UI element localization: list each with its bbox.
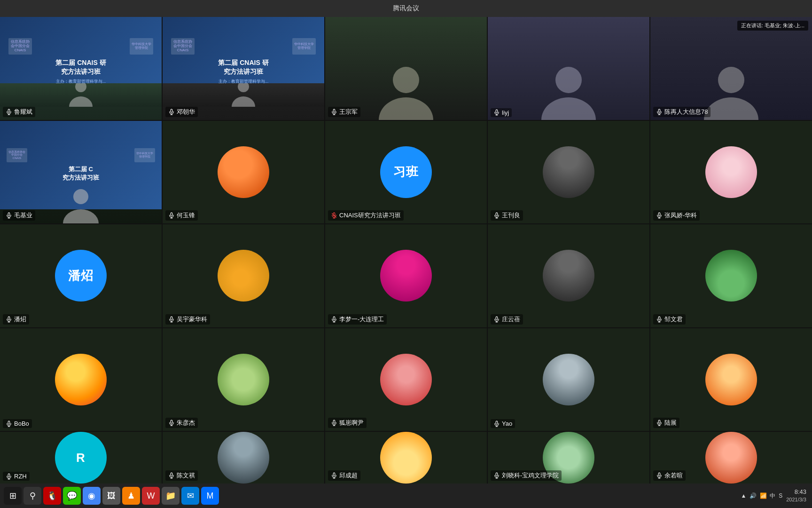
svg-rect-64	[333, 420, 335, 423]
svg-point-26	[63, 209, 99, 223]
time: 8:43	[786, 488, 806, 496]
participant-name-heyu: 何玉锋	[165, 210, 198, 221]
video-cell-wangjl: 王刊良	[488, 121, 649, 224]
video-cell-zhuyj: 朱彦杰	[163, 328, 324, 431]
video-cell-zou: 邹文君	[650, 224, 812, 327]
video-cell-qiucc: 邱成超	[325, 432, 487, 484]
video-cell-zhuang: 庄云蓓	[488, 224, 649, 327]
video-cell-li: 李梦一-大连理工	[325, 224, 487, 327]
start-button[interactable]: ⊞	[4, 487, 22, 505]
svg-rect-76	[171, 473, 172, 476]
video-cell-bobo: BoBo	[0, 328, 162, 431]
video-grid: 信息系统协会中国分会CNAIS 华中科技大学管理学院 第二届 CNAIS 研究方…	[0, 17, 812, 484]
svg-rect-85	[658, 473, 660, 476]
svg-rect-43	[8, 317, 10, 320]
video-cell-zhang: 张凤娇-华科	[650, 121, 812, 224]
svg-rect-27	[8, 213, 10, 216]
game-icon[interactable]: ♟	[122, 487, 140, 505]
video-cell-pan: 潘炤 潘炤	[0, 224, 162, 327]
svg-rect-7	[171, 109, 172, 112]
photo-icon[interactable]: 🖼	[102, 487, 120, 505]
svg-point-21	[704, 97, 758, 120]
svg-rect-49	[333, 317, 335, 320]
video-cell-mao: 信息系统协会中国分会 CNAIS 华中科技大学管理学院 第二届 C究方法讲习班 …	[0, 121, 162, 224]
mail-icon[interactable]: ✉	[181, 487, 199, 505]
svg-rect-12	[333, 109, 335, 112]
svg-point-0	[75, 83, 86, 92]
video-cell-heyu: 何玉锋	[163, 121, 324, 224]
tray-icons: ▲ 🔊 📶 中 S	[741, 492, 783, 500]
svg-rect-70	[658, 420, 660, 423]
svg-rect-55	[658, 317, 660, 320]
wechat-icon[interactable]: 💬	[63, 487, 81, 505]
svg-rect-22	[658, 109, 660, 112]
video-cell-rzh: R RZH	[0, 432, 162, 484]
system-tray: ▲ 🔊 📶 中 S 8:43 2021/3/3	[741, 488, 806, 503]
participant-name-wu: 吴宇豪华科	[165, 314, 210, 325]
app-title: 腾讯会议	[393, 4, 419, 13]
svg-rect-52	[496, 317, 498, 320]
search-icon[interactable]: ⚲	[23, 487, 41, 505]
title-bar: 腾讯会议	[0, 0, 812, 17]
participant-name-deng: 邓朝华	[165, 107, 198, 117]
speaking-indicator: 正在讲话: 毛基业; 朱波-上...	[737, 21, 808, 31]
chrome-icon[interactable]: ◉	[83, 487, 101, 505]
svg-rect-58	[8, 421, 10, 424]
date: 2021/3/3	[786, 496, 806, 503]
clock-display: 8:43 2021/3/3	[786, 488, 806, 503]
svg-rect-2	[8, 109, 10, 112]
participant-name-chen78: 陈再人大信息78	[653, 107, 710, 117]
video-cell-fox: 狐崽啊尹	[325, 328, 487, 431]
participant-name-qiucc: 邱成超	[328, 470, 360, 481]
video-cell-lu: 信息系统协会中国分会CNAIS 华中科技大学管理学院 第二届 CNAIS 研究方…	[0, 17, 162, 120]
svg-rect-82	[496, 473, 498, 476]
participant-name-yao: Yao	[491, 419, 515, 428]
participant-name-mao: 毛基业	[3, 210, 35, 221]
participant-name-liyj: liyj	[491, 108, 512, 117]
video-cell-cnais: 习班 CNAIS研究方法讲习班	[325, 121, 487, 224]
video-cell-luzhan: 陆展	[650, 328, 812, 431]
participant-name-lu: 鲁耀斌	[3, 107, 35, 117]
participant-name-rzh: RZH	[3, 472, 30, 481]
participant-name-zhang: 张凤娇-华科	[653, 210, 700, 221]
participant-name-fox: 狐崽啊尹	[328, 418, 367, 428]
video-cell-yao: Yao	[488, 328, 649, 431]
svg-rect-46	[171, 317, 172, 320]
taskbar: ⊞⚲🐧💬◉🖼♟W📁✉M ▲ 🔊 📶 中 S 8:43 2021/3/3	[0, 484, 812, 508]
participant-name-bobo: BoBo	[3, 419, 32, 428]
svg-rect-30	[171, 213, 172, 216]
participant-name-chenwq: 陈文祺	[165, 470, 198, 481]
video-cell-deng: 信息系统协会中国分会CNAIS 华中科技大学管理学院 第二届 CNAIS 研究方…	[163, 17, 324, 120]
participant-name-liuxk: 刘晓科-宝鸡文理学院	[491, 470, 562, 481]
svg-rect-40	[658, 213, 660, 216]
participant-name-zhuyj: 朱彦杰	[165, 418, 198, 428]
svg-rect-37	[496, 213, 498, 216]
tencent-meeting[interactable]: M	[201, 487, 219, 505]
svg-point-6	[232, 96, 255, 107]
participant-name-zhuang: 庄云蓓	[491, 314, 523, 325]
participant-name-cnais: CNAIS研究方法讲习班	[328, 210, 404, 221]
participant-name-luzhan: 陆展	[653, 418, 679, 428]
video-cell-wu: 吴宇豪华科	[163, 224, 324, 327]
video-cell-liyj: liyj	[488, 17, 649, 120]
svg-point-16	[541, 97, 596, 120]
tencent-penguin[interactable]: 🐧	[43, 487, 61, 505]
video-cell-chen78: 正在讲话: 毛基业; 朱波-上... 陈再人大信息78	[650, 17, 812, 120]
svg-point-1	[69, 96, 93, 107]
video-cell-yurh: 余若暄	[650, 432, 812, 484]
participant-name-zou: 邹文君	[653, 314, 686, 325]
svg-rect-17	[496, 110, 498, 113]
svg-point-11	[379, 97, 433, 120]
participant-name-pan: 潘炤	[3, 314, 29, 325]
participant-name-wang: 王宗军	[328, 107, 360, 117]
svg-point-20	[718, 67, 744, 93]
svg-rect-67	[496, 421, 498, 424]
video-cell-wang: 王宗军	[325, 17, 487, 120]
svg-point-5	[238, 83, 249, 92]
svg-point-10	[393, 67, 419, 93]
wps-icon[interactable]: W	[142, 487, 160, 505]
svg-point-15	[555, 67, 582, 93]
participant-name-wangjl: 王刊良	[491, 210, 523, 221]
svg-point-25	[73, 189, 88, 204]
file-manager[interactable]: 📁	[162, 487, 180, 505]
